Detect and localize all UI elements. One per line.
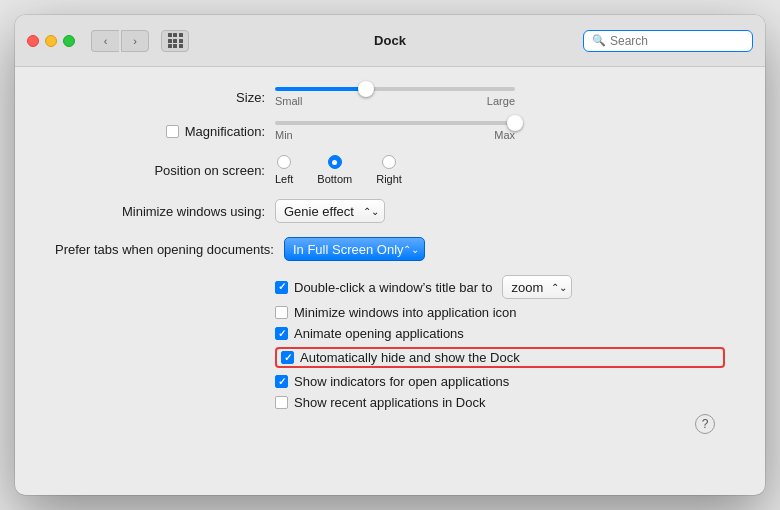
nav-buttons: ‹ ›	[91, 30, 149, 52]
prefer-tabs-value: In Full Screen Only	[293, 242, 404, 257]
search-icon: 🔍	[592, 34, 606, 47]
mag-max-label: Max	[494, 129, 515, 141]
size-slider-labels: Small Large	[275, 95, 515, 107]
minimize-row: Minimize windows using: Genie effect ⌃⌄	[55, 199, 725, 223]
main-window: ‹ › Dock 🔍 Size: Small	[15, 15, 765, 495]
position-left-radio[interactable]	[277, 155, 291, 169]
show-recent-row: Show recent applications in Dock	[275, 395, 725, 410]
minimize-label: Minimize windows using:	[55, 204, 275, 219]
help-area: ?	[55, 414, 725, 434]
forward-button[interactable]: ›	[121, 30, 149, 52]
magnification-label-area: Magnification:	[55, 124, 275, 139]
animate-checkbox[interactable]	[275, 327, 288, 340]
content-area: Size: Small Large Magnification:	[15, 67, 765, 495]
size-max-label: Large	[487, 95, 515, 107]
show-indicators-label: Show indicators for open applications	[294, 374, 509, 389]
prefer-tabs-dropdown[interactable]: In Full Screen Only ⌃⌄	[284, 237, 425, 261]
mag-slider-track[interactable]	[275, 121, 515, 125]
double-click-dropdown[interactable]: zoom ⌃⌄	[502, 275, 572, 299]
position-radio-group: Left Bottom Right	[275, 155, 402, 185]
auto-hide-label: Automatically hide and show the Dock	[300, 350, 520, 365]
traffic-lights	[27, 35, 75, 47]
magnification-checkbox[interactable]	[166, 125, 179, 138]
size-slider-container: Small Large	[275, 87, 515, 107]
window-title: Dock	[374, 33, 406, 48]
position-label: Position on screen:	[55, 163, 275, 178]
titlebar: ‹ › Dock 🔍	[15, 15, 765, 67]
grid-button[interactable]	[161, 30, 189, 52]
search-input[interactable]	[610, 34, 744, 48]
position-row: Position on screen: Left Bottom Right	[55, 155, 725, 185]
auto-hide-checkbox[interactable]	[281, 351, 294, 364]
position-right-option[interactable]: Right	[376, 155, 402, 185]
grid-icon	[168, 33, 183, 48]
size-row: Size: Small Large	[55, 87, 725, 107]
help-icon: ?	[702, 417, 709, 431]
double-click-action: zoom	[511, 280, 543, 295]
minimize-icon-label: Minimize windows into application icon	[294, 305, 517, 320]
show-recent-label: Show recent applications in Dock	[294, 395, 486, 410]
size-label: Size:	[55, 90, 275, 105]
show-indicators-checkbox[interactable]	[275, 375, 288, 388]
magnification-label: Magnification:	[185, 124, 265, 139]
minimize-dropdown-chevron: ⌃⌄	[363, 206, 379, 217]
mag-slider-container: Min Max	[275, 121, 515, 141]
show-recent-checkbox[interactable]	[275, 396, 288, 409]
position-left-option[interactable]: Left	[275, 155, 293, 185]
position-right-label: Right	[376, 173, 402, 185]
maximize-button[interactable]	[63, 35, 75, 47]
prefer-tabs-row: Prefer tabs when opening documents: In F…	[55, 237, 725, 261]
size-min-label: Small	[275, 95, 303, 107]
magnification-row: Magnification: Min Max	[55, 121, 725, 141]
double-click-label: Double-click a window’s title bar to	[294, 280, 492, 295]
help-button[interactable]: ?	[695, 414, 715, 434]
animate-label: Animate opening applications	[294, 326, 464, 341]
position-right-radio[interactable]	[382, 155, 396, 169]
checkbox-rows: Double-click a window’s title bar to zoo…	[55, 275, 725, 410]
position-bottom-option[interactable]: Bottom	[317, 155, 352, 185]
size-slider-thumb[interactable]	[358, 81, 374, 97]
show-indicators-row: Show indicators for open applications	[275, 374, 725, 389]
minimize-dropdown-value: Genie effect	[284, 204, 354, 219]
position-bottom-label: Bottom	[317, 173, 352, 185]
position-left-label: Left	[275, 173, 293, 185]
double-click-row: Double-click a window’s title bar to zoo…	[275, 275, 725, 299]
minimize-button[interactable]	[45, 35, 57, 47]
animate-row: Animate opening applications	[275, 326, 725, 341]
close-button[interactable]	[27, 35, 39, 47]
prefer-tabs-chevron: ⌃⌄	[403, 244, 419, 255]
position-bottom-radio[interactable]	[328, 155, 342, 169]
back-button[interactable]: ‹	[91, 30, 119, 52]
size-slider-track[interactable]	[275, 87, 515, 91]
auto-hide-row: Automatically hide and show the Dock	[275, 347, 725, 368]
minimize-icon-row: Minimize windows into application icon	[275, 305, 725, 320]
mag-slider-labels: Min Max	[275, 129, 515, 141]
minimize-icon-checkbox[interactable]	[275, 306, 288, 319]
mag-min-label: Min	[275, 129, 293, 141]
minimize-dropdown[interactable]: Genie effect ⌃⌄	[275, 199, 385, 223]
double-click-checkbox[interactable]	[275, 281, 288, 294]
search-box[interactable]: 🔍	[583, 30, 753, 52]
mag-slider-thumb[interactable]	[507, 115, 523, 131]
double-click-chevron: ⌃⌄	[551, 282, 567, 293]
prefer-tabs-label: Prefer tabs when opening documents:	[55, 242, 284, 257]
